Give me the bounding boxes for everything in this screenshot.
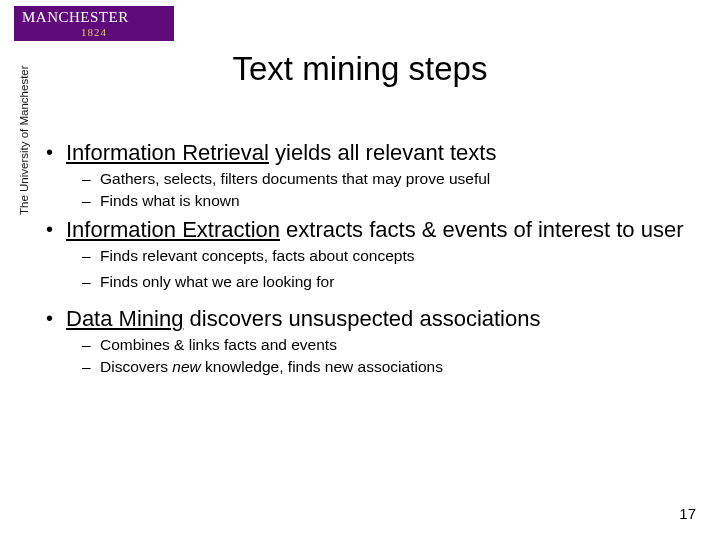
bullet-dm-sub2: Discovers new knowledge, finds new assoc… <box>44 357 690 377</box>
university-logo: MANCHESTER 1824 <box>14 6 174 41</box>
bullet-ie: Information Extraction extracts facts & … <box>44 217 690 244</box>
bullet-ie-rest: extracts facts & events of interest to u… <box>280 217 684 242</box>
logo-box: MANCHESTER 1824 <box>14 6 174 41</box>
logo-name: MANCHESTER <box>22 9 129 25</box>
bullet-ir: Information Retrieval yields all relevan… <box>44 140 690 167</box>
logo-year: 1824 <box>22 26 166 40</box>
bullet-ie-lead: Information Extraction <box>66 217 280 242</box>
bullet-dm-sub1: Combines & links facts and events <box>44 335 690 355</box>
bullet-ie-sub1: Finds relevant concepts, facts about con… <box>44 246 690 266</box>
bullet-ie-sub2: Finds only what we are looking for <box>44 272 690 292</box>
slide-body: Information Retrieval yields all relevan… <box>44 140 690 379</box>
bullet-dm-rest: discovers unsuspected associations <box>183 306 540 331</box>
page-number: 17 <box>679 505 696 522</box>
bullet-ir-sub2: Finds what is known <box>44 191 690 211</box>
bullet-ir-sub1: Gathers, selects, filters documents that… <box>44 169 690 189</box>
slide-title: Text mining steps <box>0 50 720 88</box>
bullet-ir-rest: yields all relevant texts <box>269 140 496 165</box>
bullet-ir-lead: Information Retrieval <box>66 140 269 165</box>
bullet-dm-lead: Data Mining <box>66 306 183 331</box>
bullet-dm: Data Mining discovers unsuspected associ… <box>44 306 690 333</box>
